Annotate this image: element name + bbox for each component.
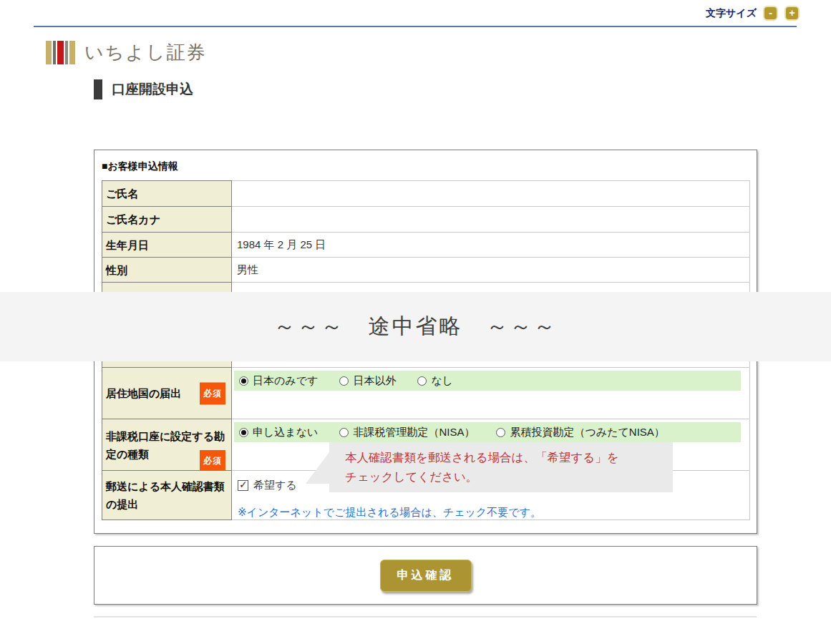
row-value: 1984 年 2 月 25 日 (232, 232, 750, 258)
font-size-decrease-button[interactable]: - (763, 6, 778, 21)
radio-icon (239, 428, 248, 437)
row-value: 日本のみです 日本以外 なし (232, 367, 750, 419)
row-label: 非課税口座に設定する勘定の種類 必須 (102, 419, 232, 471)
row-label: 居住地国の届出 必須 (102, 367, 232, 419)
title-bar-icon (94, 79, 102, 99)
radio-option-no-application[interactable]: 申し込まない (239, 426, 318, 439)
font-size-controls: 文字サイズ - + (706, 6, 800, 21)
radio-option-tsumitate-nisa[interactable]: 累積投資勘定（つみたてNISA） (496, 426, 664, 439)
brand-stripes-icon (46, 41, 75, 64)
tooltip-line1: 本人確認書類を郵送される場合は、「希望する」を (345, 448, 673, 467)
residence-options: 日本のみです 日本以外 なし (234, 371, 741, 391)
radio-icon (339, 428, 349, 437)
table-row-kana: ご氏名カナ (102, 206, 750, 233)
brand-name: いちよし証券 (84, 40, 206, 65)
page-title-text: 口座開設申込 (112, 80, 193, 99)
radio-icon (496, 428, 505, 437)
nisa-options: 申し込まない 非課税管理勘定（NISA） 累積投資勘定（つみたてNISA） (234, 422, 741, 442)
tooltip-line2: チェックしてください。 (345, 467, 673, 487)
radio-label: なし (431, 374, 453, 388)
required-badge: 必須 (200, 450, 225, 472)
radio-option-japan-only[interactable]: 日本のみです (239, 374, 318, 388)
radio-icon (417, 376, 427, 386)
row-label: ご氏名カナ (102, 206, 232, 233)
omitted-section-band: ～～～ 途中省略 ～～～ (0, 292, 831, 361)
submit-button[interactable]: 申込確認 (380, 560, 472, 592)
radio-icon (239, 376, 248, 386)
row-label: 性別 (102, 257, 232, 283)
row-label-text: 居住地国の届出 (106, 384, 181, 402)
radio-icon (339, 376, 349, 386)
row-label: ご氏名 (102, 180, 232, 207)
table-row-name: ご氏名 (102, 180, 750, 207)
radio-label: 累積投資勘定（つみたてNISA） (510, 426, 664, 439)
bottom-divider (94, 616, 757, 618)
radio-option-outside-japan[interactable]: 日本以外 (339, 374, 396, 388)
table-row-residence-country: 居住地国の届出 必須 日本のみです 日本以外 なし (102, 367, 750, 419)
mail-checkbox-option[interactable]: 希望する (238, 479, 297, 492)
radio-option-none[interactable]: なし (417, 374, 453, 388)
row-value (232, 206, 750, 233)
checkbox-label: 希望する (253, 479, 297, 492)
table-row-gender: 性別 男性 (102, 257, 750, 283)
table-row-birthdate: 生年月日 1984 年 2 月 25 日 (102, 232, 750, 258)
section-title: ■お客様申込情報 (102, 160, 178, 173)
brand-logo: いちよし証券 (46, 40, 206, 65)
checkbox-icon (238, 480, 248, 491)
radio-label: 非課税管理勘定（NISA） (353, 426, 475, 439)
tooltip-bubble: 本人確認書類を郵送される場合は、「希望する」を チェックしてください。 (329, 442, 673, 492)
radio-label: 申し込まない (253, 426, 318, 439)
required-badge: 必須 (200, 382, 225, 404)
header-divider (34, 26, 797, 27)
row-label: 郵送による本人確認書類の提出 (102, 470, 232, 520)
radio-label: 日本以外 (353, 374, 396, 388)
page: 文字サイズ - + いちよし証券 口座開設申込 ■お客様申込情報 ご氏名 ご氏名… (0, 0, 831, 644)
submit-box: 申込確認 (94, 546, 757, 605)
radio-label: 日本のみです (253, 374, 318, 388)
font-size-label: 文字サイズ (706, 7, 757, 20)
row-label: 生年月日 (102, 232, 232, 258)
page-title: 口座開設申込 (94, 79, 193, 99)
row-value: 男性 (232, 257, 750, 283)
row-value (232, 180, 750, 207)
font-size-increase-button[interactable]: + (784, 6, 800, 21)
internet-submission-note: ※インターネットでご提出される場合は、チェック不要です。 (238, 506, 541, 519)
radio-option-nisa[interactable]: 非課税管理勘定（NISA） (339, 426, 475, 439)
